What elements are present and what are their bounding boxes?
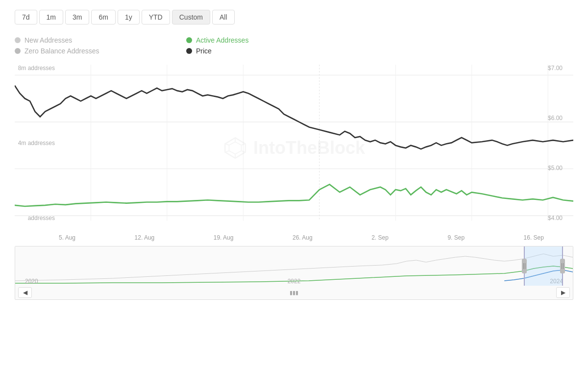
legend-zero-balance: Zero Balance Addresses xyxy=(15,47,186,55)
nav-handle-right[interactable] xyxy=(560,259,565,273)
legend-price: Price xyxy=(186,47,358,55)
chart-navigator[interactable]: 2020 2022 2024 ◀ ▮▮▮ ▶ xyxy=(15,246,573,300)
nav-drag-hint: ▮▮▮ xyxy=(290,290,298,296)
legend-label-price: Price xyxy=(196,47,212,55)
main-chart: 8m addresses 4m addresses addresses $7.0… xyxy=(15,65,573,231)
btn-1y[interactable]: 1y xyxy=(118,10,140,24)
btn-3m[interactable]: 3m xyxy=(65,10,89,24)
btn-6m[interactable]: 6m xyxy=(91,10,115,24)
chart-svg xyxy=(15,65,573,231)
legend-label-active-addresses: Active Addresses xyxy=(196,36,248,44)
nav-scroll-right[interactable]: ▶ xyxy=(556,287,570,298)
nav-year-2020: 2020 xyxy=(25,278,38,285)
btn-7d[interactable]: 7d xyxy=(15,10,37,24)
navigator-controls: ◀ ▮▮▮ ▶ xyxy=(15,285,573,300)
main-container: 7d 1m 3m 6m 1y YTD Custom All New Addres… xyxy=(0,0,588,392)
legend-dot-price xyxy=(186,48,192,54)
btn-all[interactable]: All xyxy=(212,10,235,24)
y-label-addresses: addresses xyxy=(15,215,55,221)
nav-handle-left[interactable] xyxy=(522,259,527,273)
btn-1m[interactable]: 1m xyxy=(39,10,63,24)
x-label-12aug: 12. Aug xyxy=(135,234,155,241)
nav-year-2022: 2022 xyxy=(288,278,301,285)
x-label-19aug: 19. Aug xyxy=(214,234,234,241)
y-axis-left: 8m addresses 4m addresses addresses xyxy=(15,65,59,231)
x-label-26aug: 26. Aug xyxy=(293,234,313,241)
btn-custom[interactable]: Custom xyxy=(172,10,210,24)
legend-dot-zero-balance xyxy=(15,48,21,54)
active-addresses-line xyxy=(15,184,573,206)
legend-dot-new-addresses xyxy=(15,37,21,43)
x-label-9sep: 9. Sep xyxy=(447,234,465,241)
y-label-5: $5.00 xyxy=(548,165,573,172)
x-label-2sep: 2. Sep xyxy=(371,234,389,241)
y-label-4: $4.00 xyxy=(548,215,573,221)
x-label-16sep: 16. Sep xyxy=(524,234,544,241)
time-range-buttons: 7d 1m 3m 6m 1y YTD Custom All xyxy=(15,10,573,24)
y-axis-right: $7.00 $6.00 $5.00 $4.00 xyxy=(544,65,573,231)
price-line xyxy=(15,86,573,149)
y-label-8m: 8m addresses xyxy=(15,65,55,72)
legend-dot-active-addresses xyxy=(186,37,192,43)
y-label-6: $6.00 xyxy=(548,115,573,122)
btn-ytd[interactable]: YTD xyxy=(142,10,170,24)
nav-selected-region[interactable] xyxy=(524,246,563,286)
legend-active-addresses: Active Addresses xyxy=(186,36,358,44)
nav-scroll-left[interactable]: ◀ xyxy=(18,287,32,298)
y-label-4m: 4m addresses xyxy=(15,140,55,147)
x-axis-labels: 5. Aug 12. Aug 19. Aug 26. Aug 2. Sep 9.… xyxy=(15,231,573,244)
y-label-7: $7.00 xyxy=(548,65,573,72)
legend-new-addresses: New Addresses xyxy=(15,36,186,44)
chart-legend: New Addresses Active Addresses Zero Bala… xyxy=(15,36,358,55)
x-label-5aug: 5. Aug xyxy=(59,234,75,241)
legend-label-new-addresses: New Addresses xyxy=(24,36,72,44)
legend-label-zero-balance: Zero Balance Addresses xyxy=(24,47,99,55)
